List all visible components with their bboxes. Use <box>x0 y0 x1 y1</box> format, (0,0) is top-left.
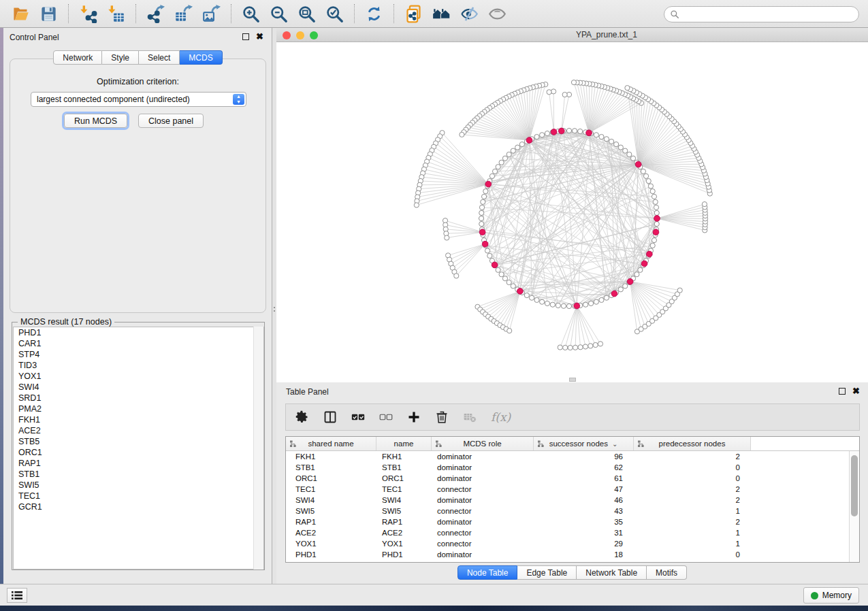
cell-filler[interactable] <box>751 516 859 527</box>
network-canvas[interactable] <box>276 42 868 382</box>
memory-button[interactable]: Memory <box>803 587 859 604</box>
table-row[interactable]: ORC1ORC1dominator610 <box>286 473 859 484</box>
save-session-icon[interactable] <box>39 5 58 23</box>
import-table-icon[interactable] <box>107 5 125 23</box>
mcds-result-item[interactable]: PHD1 <box>14 327 263 338</box>
table-scrollbar[interactable] <box>849 451 859 563</box>
cell-shared_name[interactable]: SWI4 <box>286 495 376 506</box>
column-header-predecessor-nodes[interactable]: predecessor nodes <box>634 437 751 450</box>
mcds-result-item[interactable]: TEC1 <box>14 491 263 501</box>
cell-role[interactable]: connector <box>432 527 534 538</box>
cell-filler[interactable] <box>751 473 859 484</box>
cell-filler[interactable] <box>751 462 859 473</box>
cell-successors[interactable]: 61 <box>534 473 634 484</box>
cell-filler[interactable] <box>751 506 859 516</box>
column-header-successor-nodes[interactable]: successor nodes ⌄ <box>534 437 634 450</box>
cell-name[interactable]: FKH1 <box>376 451 432 462</box>
mcds-list-scrollbar[interactable] <box>253 327 263 569</box>
close-panel-button[interactable]: Close panel <box>138 114 204 128</box>
criterion-select[interactable]: largest connected component (undirected)… <box>31 92 246 107</box>
deselect-all-icon[interactable] <box>379 410 393 424</box>
mcds-result-item[interactable]: STP4 <box>14 349 263 360</box>
mcds-result-item[interactable]: GCR1 <box>14 501 263 512</box>
maximize-window-icon[interactable] <box>310 31 318 39</box>
select-all-icon[interactable] <box>351 410 365 424</box>
tab-mcds[interactable]: MCDS <box>180 50 222 65</box>
float-panel-icon[interactable] <box>242 33 249 40</box>
mcds-result-list[interactable]: PHD1CAR1STP4TID3YOX1SWI4SRD1PMA2FKH1ACE2… <box>13 327 264 569</box>
tab-node-table[interactable]: Node Table <box>457 565 518 580</box>
table-row[interactable]: SWI5SWI5connector431 <box>286 506 859 516</box>
network-from-selection-icon[interactable] <box>404 5 423 23</box>
tab-edge-table[interactable]: Edge Table <box>517 565 577 580</box>
close-panel-icon[interactable]: ✖ <box>256 33 263 40</box>
mcds-result-item[interactable]: CAR1 <box>14 338 263 349</box>
table-row[interactable]: YOX1YOX1connector291 <box>286 538 859 549</box>
table-row[interactable]: ACE2ACE2connector311 <box>286 527 859 538</box>
import-network-icon[interactable] <box>79 5 97 23</box>
zoom-in-icon[interactable] <box>242 5 260 23</box>
cell-role[interactable]: dominator <box>432 462 534 473</box>
mcds-result-item[interactable]: TID3 <box>14 360 263 371</box>
cell-name[interactable]: TEC1 <box>376 484 432 495</box>
cell-filler[interactable] <box>751 549 859 560</box>
hide-selected-icon[interactable] <box>460 5 479 23</box>
show-columns-icon[interactable] <box>323 410 337 424</box>
cell-name[interactable]: YOX1 <box>376 538 432 549</box>
export-table-icon[interactable] <box>174 5 193 23</box>
cell-successors[interactable]: 43 <box>534 506 634 516</box>
add-column-icon[interactable] <box>407 410 421 424</box>
cell-shared_name[interactable]: STB1 <box>286 462 376 473</box>
cell-predecessors[interactable]: 0 <box>634 473 751 484</box>
search-box[interactable] <box>664 6 859 22</box>
cell-predecessors[interactable]: 0 <box>634 462 751 473</box>
close-panel-icon[interactable]: ✖ <box>852 388 860 395</box>
tab-style[interactable]: Style <box>102 50 139 65</box>
cell-filler[interactable] <box>751 527 859 538</box>
table-settings-gear-icon[interactable] <box>295 410 309 424</box>
cell-successors[interactable]: 29 <box>534 538 634 549</box>
mcds-result-item[interactable]: PMA2 <box>14 403 263 414</box>
cell-predecessors[interactable]: 2 <box>634 451 751 462</box>
table-row[interactable]: TEC1TEC1connector472 <box>286 484 859 495</box>
search-input[interactable] <box>679 7 858 21</box>
minimize-window-icon[interactable] <box>296 31 304 39</box>
cell-role[interactable]: connector <box>432 538 534 549</box>
show-all-networks-icon[interactable] <box>432 5 451 23</box>
vertical-splitter-dots[interactable] <box>273 307 276 316</box>
cell-name[interactable]: STB1 <box>376 462 432 473</box>
mcds-result-item[interactable]: ORC1 <box>14 447 263 458</box>
cell-filler[interactable] <box>751 538 859 549</box>
splitter-handle[interactable] <box>569 378 576 382</box>
refresh-icon[interactable] <box>365 5 383 23</box>
cell-role[interactable]: dominator <box>432 516 534 527</box>
cell-successors[interactable]: 62 <box>534 462 634 473</box>
mcds-result-item[interactable]: RAP1 <box>14 458 263 469</box>
cell-name[interactable]: RAP1 <box>376 516 432 527</box>
cell-filler[interactable] <box>751 451 859 462</box>
cell-shared_name[interactable]: SWI5 <box>286 506 376 516</box>
table-row[interactable]: STB1STB1dominator620 <box>286 462 859 473</box>
zoom-selected-icon[interactable] <box>325 5 344 23</box>
cell-name[interactable]: PHD1 <box>376 549 432 560</box>
cell-predecessors[interactable]: 2 <box>634 495 751 506</box>
cell-name[interactable]: SWI4 <box>376 495 432 506</box>
table-row[interactable]: FKH1FKH1dominator962 <box>286 451 859 462</box>
cell-role[interactable]: dominator <box>432 549 534 560</box>
cell-role[interactable]: dominator <box>432 473 534 484</box>
cell-successors[interactable]: 18 <box>534 549 634 560</box>
cell-successors[interactable]: 46 <box>534 495 634 506</box>
cell-shared_name[interactable]: ORC1 <box>286 473 376 484</box>
mcds-result-item[interactable]: FKH1 <box>14 414 263 425</box>
mcds-result-item[interactable]: STB1 <box>14 469 263 480</box>
cell-shared_name[interactable]: TEC1 <box>286 484 376 495</box>
mcds-result-item[interactable]: SRD1 <box>14 393 263 403</box>
cell-filler[interactable] <box>751 495 859 506</box>
cell-role[interactable]: dominator <box>432 495 534 506</box>
cell-shared_name[interactable]: ACE2 <box>286 527 376 538</box>
column-header-name[interactable]: name <box>376 437 432 450</box>
cell-role[interactable]: dominator <box>432 451 534 462</box>
mcds-result-item[interactable]: SWI5 <box>14 480 263 491</box>
cell-successors[interactable]: 96 <box>534 451 634 462</box>
export-network-icon[interactable] <box>146 5 165 23</box>
